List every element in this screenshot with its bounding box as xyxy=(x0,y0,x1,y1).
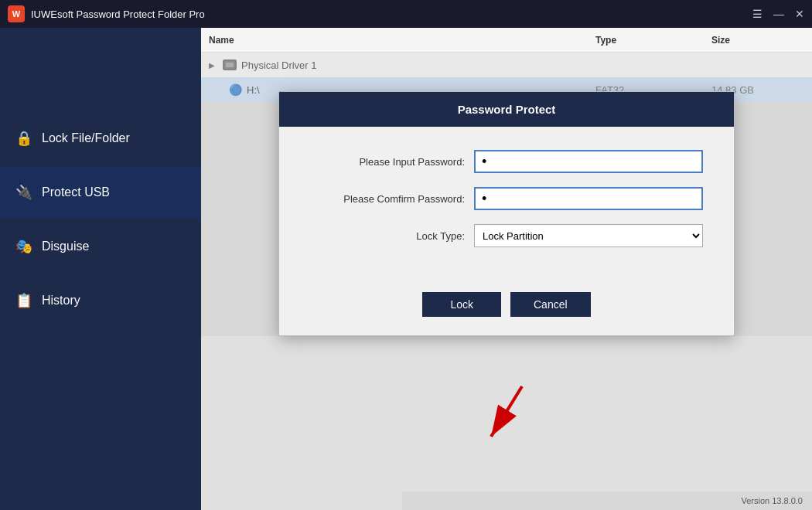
close-button[interactable]: ✕ xyxy=(795,8,804,19)
red-arrow-icon xyxy=(460,379,553,448)
sidebar-item-label: Lock File/Folder xyxy=(42,131,130,145)
app-logo: W xyxy=(8,5,25,22)
password-row: Please Input Password: xyxy=(310,150,703,173)
lock-type-label: Lock Type: xyxy=(310,230,465,242)
sidebar-item-label: Protect USB xyxy=(42,185,110,199)
lock-type-select[interactable]: Lock Partition Lock Drive xyxy=(474,224,703,247)
sidebar: 🔒 Lock File/Folder 🔌 Protect USB 🎭 Disgu… xyxy=(0,28,201,510)
sidebar-item-label: History xyxy=(42,294,80,308)
main-layout: 🔒 Lock File/Folder 🔌 Protect USB 🎭 Disgu… xyxy=(0,28,812,510)
col-header-name: Name xyxy=(209,35,595,46)
dialog-footer: Lock Cancel xyxy=(279,284,734,335)
version-bar: Version 13.8.0.0 xyxy=(402,491,812,510)
confirm-label: Please Comfirm Password: xyxy=(310,193,465,205)
sidebar-item-history[interactable]: 📋 History xyxy=(0,275,201,326)
app-title: IUWEsoft Password Protect Folder Pro xyxy=(31,8,752,20)
menu-button[interactable]: ☰ xyxy=(752,8,763,19)
confirm-input[interactable] xyxy=(474,187,703,210)
svg-line-3 xyxy=(491,386,522,437)
col-header-type: Type xyxy=(595,35,711,46)
password-input[interactable] xyxy=(474,150,703,173)
sidebar-item-lock-file-folder[interactable]: 🔒 Lock File/Folder xyxy=(0,113,201,164)
cancel-button[interactable]: Cancel xyxy=(510,292,591,317)
titlebar: W IUWEsoft Password Protect Folder Pro ☰… xyxy=(0,0,812,28)
dialog-body: Please Input Password: Please Comfirm Pa… xyxy=(279,127,734,284)
history-icon: 📋 xyxy=(15,292,32,309)
lock-type-row: Lock Type: Lock Partition Lock Drive xyxy=(310,224,703,247)
disguise-icon: 🎭 xyxy=(15,238,32,255)
lock-icon: 🔒 xyxy=(15,130,32,147)
dialog-overlay: Password Protect Please Input Password: … xyxy=(201,53,812,336)
window-controls: ☰ — ✕ xyxy=(752,8,804,19)
minimize-button[interactable]: — xyxy=(773,8,784,19)
usb-icon: 🔌 xyxy=(15,184,32,201)
dialog-header: Password Protect xyxy=(279,92,734,127)
file-tree-header: Name Type Size xyxy=(201,28,812,53)
sidebar-item-protect-usb[interactable]: 🔌 Protect USB xyxy=(0,167,201,218)
content-area: Name Type Size ▶ Physical Driver 1 xyxy=(201,28,812,510)
dialog-title: Password Protect xyxy=(458,103,556,116)
password-protect-dialog: Password Protect Please Input Password: … xyxy=(278,91,735,336)
password-label: Please Input Password: xyxy=(310,156,465,168)
sidebar-item-label: Disguise xyxy=(42,240,89,253)
lock-button[interactable]: Lock xyxy=(422,292,501,317)
sidebar-item-disguise[interactable]: 🎭 Disguise xyxy=(0,221,201,272)
confirm-password-row: Please Comfirm Password: xyxy=(310,187,703,210)
version-text: Version 13.8.0.0 xyxy=(741,496,803,505)
col-header-size: Size xyxy=(711,35,804,46)
